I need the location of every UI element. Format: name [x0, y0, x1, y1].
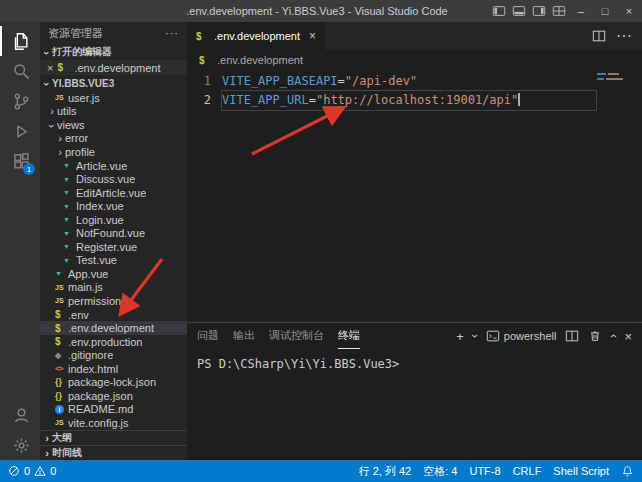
sidebar-header: 资源管理器 ···	[40, 22, 187, 44]
file-name: profile	[65, 146, 95, 158]
outline-section[interactable]: › 大纲	[40, 430, 187, 445]
env-file-icon: $	[55, 323, 68, 334]
eol-selector[interactable]: CRLF	[513, 465, 542, 477]
source-control-icon[interactable]	[0, 86, 40, 116]
js-file-icon: JS	[55, 419, 68, 426]
editor[interactable]: 1VITE_APP_BASEAPI="/api-dev"2VITE_APP_UR…	[187, 70, 642, 322]
tree-item-.env.development[interactable]: $.env.development	[40, 321, 187, 335]
indentation[interactable]: 空格: 4	[423, 464, 457, 479]
run-debug-icon[interactable]	[0, 116, 40, 146]
file-name: user.js	[68, 92, 100, 104]
html-file-icon: <>	[55, 364, 68, 373]
js-file-icon: JS	[55, 297, 68, 304]
token-key: VITE_APP_URL	[222, 93, 309, 107]
token-operator: =	[309, 93, 316, 107]
chevron-up-icon[interactable]: ›	[606, 334, 620, 338]
tree-item-App.vue[interactable]: ▼App.vue	[40, 267, 187, 281]
activity-bar: 1	[0, 22, 40, 460]
tree-item-utils[interactable]: ›utils	[40, 105, 187, 119]
tree-item-user.js[interactable]: JSuser.js	[40, 91, 187, 105]
search-icon[interactable]	[0, 56, 40, 86]
terminal[interactable]: PS D:\CSharp\Yi\Yi.BBS.Vue3>	[187, 349, 642, 460]
explorer-icon[interactable]	[0, 26, 40, 56]
shell-picker[interactable]: powershell	[486, 329, 557, 343]
error-count: 0	[24, 465, 30, 477]
panel-tab-调试控制台[interactable]: 调试控制台	[269, 323, 324, 349]
minimap[interactable]	[597, 73, 639, 83]
close-panel-icon[interactable]: ×	[624, 329, 632, 344]
breadcrumb[interactable]: $ .env.development	[187, 50, 642, 70]
tree-item-.env.production[interactable]: $.env.production	[40, 335, 187, 349]
more-actions-icon[interactable]: ···	[165, 27, 179, 39]
panel-tab-终端[interactable]: 终端	[338, 323, 360, 349]
tree-item-Index.vue[interactable]: ▼Index.vue	[40, 199, 187, 213]
code-line-1[interactable]: 1VITE_APP_BASEAPI="/api-dev"	[187, 72, 642, 91]
trash-icon[interactable]	[588, 329, 602, 343]
title-bar: .env.development - Yi.BBS.Vue3 - Visual …	[0, 0, 642, 22]
code-line-2[interactable]: 2VITE_APP_URL="http://localhost:19001/ap…	[187, 91, 642, 110]
split-terminal-icon[interactable]	[565, 329, 579, 343]
tab-env-development[interactable]: $ .env.development ×	[187, 22, 325, 50]
customize-layout-icon[interactable]	[552, 4, 566, 18]
toggle-sidebar-icon[interactable]	[492, 4, 506, 18]
tree-item-views[interactable]: ›views	[40, 118, 187, 132]
chevron-right-icon: ›	[42, 432, 52, 444]
tree-item-error[interactable]: ›error	[40, 132, 187, 146]
tree-item-vite.config.js[interactable]: JSvite.config.js	[40, 416, 187, 430]
new-terminal-icon[interactable]: +	[456, 329, 464, 344]
chevron-down-icon[interactable]: ›	[468, 334, 482, 338]
tree-item-package-lock.json[interactable]: {}package-lock.json	[40, 375, 187, 389]
close-window-button[interactable]: ×	[620, 5, 638, 17]
maximize-button[interactable]: □	[596, 5, 614, 17]
vue-file-icon: ▼	[55, 270, 68, 277]
token-key: VITE_APP_BASEAPI	[222, 74, 338, 88]
close-tab-icon[interactable]: ×	[309, 29, 316, 43]
panel-tab-输出[interactable]: 输出	[233, 323, 255, 349]
tree-item-Discuss.vue[interactable]: ▼Discuss.vue	[40, 172, 187, 186]
open-editors-header[interactable]: › 打开的编辑器	[40, 44, 187, 60]
tree-item-EditArticle.vue[interactable]: ▼EditArticle.vue	[40, 186, 187, 200]
token-string: "http://localhost:19001/api"	[316, 93, 518, 107]
tree-item-Article.vue[interactable]: ▼Article.vue	[40, 159, 187, 173]
tree-item-NotFound.vue[interactable]: ▼NotFound.vue	[40, 226, 187, 240]
file-name: Test.vue	[76, 254, 117, 266]
file-name: App.vue	[68, 268, 108, 280]
file-tree: JSuser.js›utils›views›error›profile▼Arti…	[40, 91, 187, 430]
tree-item-.gitignore[interactable]: ◆.gitignore	[40, 348, 187, 362]
tree-item-Login.vue[interactable]: ▼Login.vue	[40, 213, 187, 227]
tree-item-permission.js[interactable]: JSpermission.js	[40, 294, 187, 308]
tree-item-profile[interactable]: ›profile	[40, 145, 187, 159]
extensions-icon[interactable]: 1	[0, 146, 40, 176]
tree-item-README.md[interactable]: iREADME.md	[40, 403, 187, 417]
notifications-bell-icon[interactable]	[621, 465, 634, 478]
git-file-icon: ◆	[55, 351, 68, 360]
json-file-icon: {}	[55, 377, 68, 387]
tree-item-main.js[interactable]: JSmain.js	[40, 281, 187, 295]
language-mode[interactable]: Shell Script	[553, 465, 609, 477]
cursor-position[interactable]: 行 2, 列 42	[359, 464, 412, 479]
split-editor-icon[interactable]	[592, 29, 606, 43]
toggle-secondary-sidebar-icon[interactable]	[532, 4, 546, 18]
minimap-line	[597, 73, 639, 75]
js-file-icon: JS	[55, 284, 68, 291]
project-section-header[interactable]: › YI.BBS.VUE3	[40, 75, 187, 91]
close-icon[interactable]: ×	[47, 62, 53, 74]
tree-item-index.html[interactable]: <>index.html	[40, 362, 187, 376]
toggle-panel-icon[interactable]	[512, 4, 526, 18]
account-icon[interactable]	[0, 400, 40, 430]
file-name: vite.config.js	[68, 417, 129, 429]
more-actions-icon[interactable]: ···	[616, 27, 632, 45]
encoding[interactable]: UTF-8	[469, 465, 500, 477]
settings-gear-icon[interactable]	[0, 430, 40, 460]
tree-item-package.json[interactable]: {}package.json	[40, 389, 187, 403]
open-editor-item[interactable]: × $ .env.development	[40, 60, 187, 75]
timeline-section[interactable]: › 时间线	[40, 445, 187, 460]
panel-tab-问题[interactable]: 问题	[197, 323, 219, 349]
window-title: .env.development - Yi.BBS.Vue3 - Visual …	[142, 5, 492, 17]
tree-item-.env[interactable]: $.env	[40, 308, 187, 322]
file-name: utils	[57, 105, 77, 117]
problems-status[interactable]: 0 0	[8, 465, 56, 477]
tree-item-Test.vue[interactable]: ▼Test.vue	[40, 254, 187, 268]
minimize-button[interactable]: –	[572, 5, 590, 17]
tree-item-Register.vue[interactable]: ▼Register.vue	[40, 240, 187, 254]
